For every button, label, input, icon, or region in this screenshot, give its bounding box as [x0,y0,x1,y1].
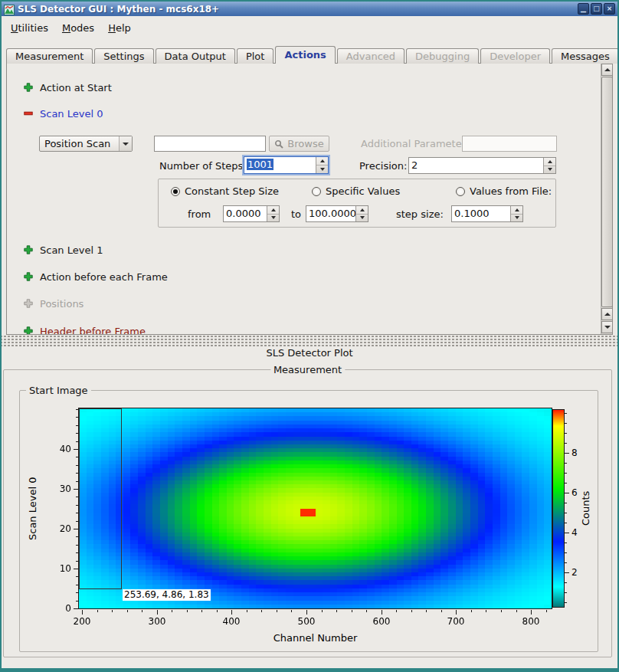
tab-settings[interactable]: Settings [94,48,153,64]
axis-tick [382,610,382,615]
tick-label: 2 [572,567,591,578]
action-row-action-before-frame[interactable]: Action before each Frame [24,270,168,283]
plot-dock-title: SLS Detector Plot [2,347,617,361]
spin-down-icon[interactable] [356,215,368,222]
axis-tick [74,529,78,529]
to-spinbox[interactable]: 100.0000 [306,205,368,222]
menu-modes[interactable]: Modes [56,20,100,36]
action-row-scan-level-0[interactable]: Scan Level 0 [24,107,103,120]
step-mode-group: Constant Step SizeSpecific ValuesValues … [158,179,556,228]
tab-advanced: Advanced [337,48,404,64]
axis-tick [76,585,78,585]
scroll-up-button[interactable] [601,64,613,76]
radio-constant-step-size[interactable]: Constant Step Size [171,185,279,197]
step-size-label: step size: [396,208,444,220]
menu-help[interactable]: Help [102,20,137,36]
spin-up-icon[interactable] [544,158,555,166]
actions-tab-panel: Position Scan Browse Additional Paramete… [6,63,613,335]
action-row-positions[interactable]: Positions [24,297,84,310]
axis-tick [76,592,78,593]
axis-tick [565,413,567,414]
plot-area: Scan Level 0 Channel Number Counts 253.6… [21,392,597,651]
maximize-button[interactable]: □ [591,3,602,15]
x-axis-title: Channel Number [78,632,552,644]
close-button[interactable]: × [604,3,615,15]
browse-button: Browse [269,136,329,152]
tab-messages[interactable]: Messages [552,48,619,64]
from-spinbox[interactable]: 0.0000 [223,205,280,222]
step-size-spinbox[interactable]: 0.1000 [451,205,523,222]
radio-label: Values from File: [470,185,552,197]
splitter-handle[interactable] [2,336,617,346]
y-axis-title: Scan Level 0 [27,408,38,608]
scroll-up-button-bottom[interactable] [601,308,613,320]
action-row-header-before-frame[interactable]: Header before Frame [24,325,146,335]
axis-tick [565,423,567,424]
spin-up-icon[interactable] [267,206,279,215]
axis-tick [531,610,532,615]
axis-tick [74,489,78,490]
axis-tick [565,552,567,553]
axis-tick [76,552,78,553]
scrollbar-thumb[interactable] [601,77,613,307]
axis-tick [76,505,78,506]
number-of-steps-spinbox[interactable]: 1001 [244,156,329,174]
spin-down-icon[interactable] [544,166,555,174]
axis-tick [76,417,78,418]
spin-up-icon[interactable] [511,206,522,215]
browse-icon [274,139,283,149]
plus-green-icon [24,272,33,281]
radio-values-from-file[interactable]: Values from File: [456,185,552,197]
action-row-scan-level-1[interactable]: Scan Level 1 [24,244,103,256]
precision-spinbox[interactable]: 2 [408,157,556,174]
action-row-action-at-start[interactable]: Action at Start [24,81,112,93]
spin-buttons[interactable] [316,157,328,173]
tick-label: 20 [51,523,71,534]
spin-up-icon[interactable] [316,157,328,166]
heatmap-canvas[interactable] [78,408,552,609]
radio-specific-values[interactable]: Specific Values [312,185,400,197]
axis-tick [74,608,78,609]
axis-tick [97,610,98,612]
tab-data-output[interactable]: Data Output [156,48,235,64]
spin-buttons[interactable] [267,206,279,221]
zoom-rect [79,408,122,589]
vertical-scrollbar[interactable] [601,64,613,334]
scroll-down-button[interactable] [601,321,613,333]
tick-label: 700 [441,616,471,627]
axis-tick [76,513,78,513]
precision-value: 2 [409,158,543,173]
axis-tick [76,441,78,442]
spin-buttons[interactable] [510,206,522,221]
axis-tick [76,465,78,466]
axis-tick [546,610,547,612]
additional-parameter-label: Additional Parameter: [361,138,469,149]
app-window: SLS Detector GUI : Mythen - mcs6x18+ ▁□×… [0,0,619,672]
menu-bar: UtilitiesModesHelp [2,16,617,39]
axis-tick [217,610,218,612]
tab-measurement[interactable]: Measurement [6,48,93,64]
spin-up-icon[interactable] [356,206,368,215]
tick-label: 800 [516,616,546,627]
minus-red-icon [24,109,33,118]
axis-tick [336,610,337,612]
menu-utilities[interactable]: Utilities [5,20,54,36]
minimize-button[interactable]: ▁ [578,3,589,15]
scan-mode-select[interactable]: Position Scan [39,136,133,152]
axis-tick [565,493,569,493]
tick-label: 40 [51,444,71,454]
tab-actions[interactable]: Actions [275,46,335,64]
axis-tick [76,425,78,426]
spin-down-icon[interactable] [267,215,279,222]
spin-down-icon[interactable] [316,166,328,173]
axis-tick [277,610,277,612]
scan-script-input[interactable] [154,136,266,152]
title-bar[interactable]: SLS Detector GUI : Mythen - mcs6x18+ ▁□× [2,2,617,16]
spin-down-icon[interactable] [511,215,522,222]
axis-tick [565,562,567,563]
spin-buttons[interactable] [543,158,555,173]
spin-buttons[interactable] [355,206,368,221]
from-label: from [188,208,211,220]
tab-plot[interactable]: Plot [237,48,274,64]
from-value: 0.0000 [224,206,267,221]
